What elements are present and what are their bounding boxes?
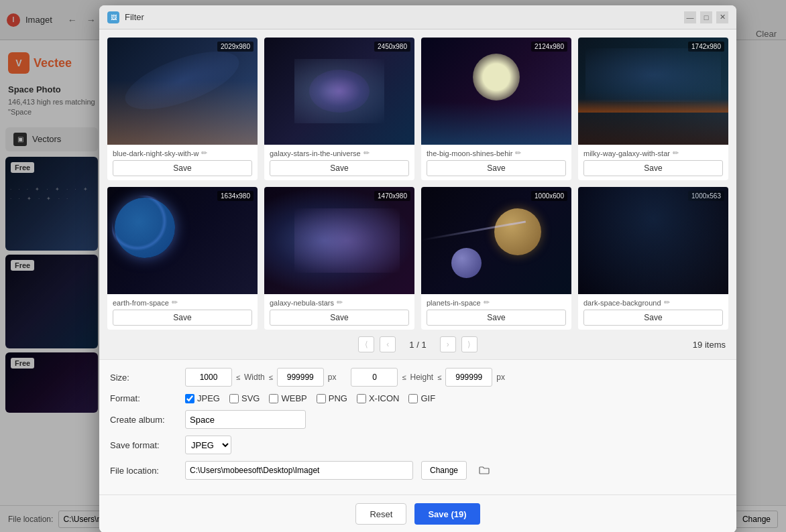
image-name-2: galaxy-stars-in-the-universe ✏ [270, 149, 409, 157]
png-checkbox[interactable] [317, 394, 326, 403]
format-group: JPEG SVG WEBP PNG X-ICON [185, 393, 435, 403]
save-button-7[interactable]: Save [427, 310, 566, 326]
format-png[interactable]: PNG [317, 393, 347, 403]
edit-icon-3[interactable]: ✏ [515, 149, 521, 157]
svg-checkbox[interactable] [229, 394, 239, 403]
edit-icon-1[interactable]: ✏ [201, 149, 207, 157]
pagination-bar: ⟨ ‹ 1 / 1 › ⟩ 19 items [99, 330, 736, 359]
min-height-input[interactable] [351, 368, 398, 387]
edit-icon-7[interactable]: ✏ [484, 298, 490, 307]
save-button-5[interactable]: Save [113, 310, 252, 326]
image-card-1: 2029x980 blue-dark-night-sky-with-w ✏ Sa… [107, 38, 258, 180]
album-input[interactable] [185, 410, 306, 429]
save-format-select[interactable]: JPEG PNG WEBP [185, 436, 231, 454]
next-page-button[interactable]: › [440, 336, 456, 352]
svg-label: SVG [241, 393, 260, 403]
format-jpeg[interactable]: JPEG [185, 393, 220, 403]
save-button-1[interactable]: Save [113, 160, 252, 176]
image-name-4: milky-way-galaxy-with-star ✏ [583, 149, 723, 157]
edit-icon-4[interactable]: ✏ [673, 149, 679, 157]
minimize-button[interactable]: — [684, 11, 696, 23]
modal-title: Filter [125, 12, 679, 22]
image-thumb-2[interactable]: 2450x980 [264, 38, 414, 145]
image-card-7: 1000x600 planets-in-space ✏ Save [421, 187, 571, 330]
dimension-badge-5: 1634x980 [217, 191, 254, 201]
image-thumb-8[interactable]: 1000x563 [578, 187, 728, 294]
album-label: Create album: [110, 415, 177, 425]
image-info-8: dark-space-background ✏ Save [578, 294, 728, 330]
webp-checkbox[interactable] [269, 394, 278, 403]
image-thumb-6[interactable]: 1470x980 [264, 187, 414, 294]
image-info-6: galaxy-nebula-stars ✏ Save [264, 294, 414, 330]
window-controls: — □ ✕ [684, 11, 728, 23]
image-thumb-1[interactable]: 2029x980 [107, 38, 258, 145]
save-button-2[interactable]: Save [270, 160, 409, 176]
save-button-6[interactable]: Save [270, 310, 409, 326]
min-width-input[interactable] [185, 368, 232, 387]
edit-icon-5[interactable]: ✏ [172, 298, 178, 307]
last-page-button[interactable]: ⟩ [461, 336, 478, 352]
jpeg-label: JPEG [197, 393, 220, 403]
image-name-5: earth-from-space ✏ [113, 298, 252, 307]
album-row: Create album: [110, 410, 726, 429]
change-button[interactable]: Change [421, 461, 467, 480]
save-button-4[interactable]: Save [583, 160, 723, 176]
save-all-button[interactable]: Save (19) [414, 503, 480, 525]
save-button-3[interactable]: Save [427, 160, 566, 176]
modal-app-icon: 🖼 [107, 11, 119, 23]
jpeg-checkbox[interactable] [185, 394, 194, 403]
format-label: Format: [110, 393, 177, 403]
filter-modal: 🖼 Filter — □ ✕ 2029x980 blue-dark-night-… [99, 5, 736, 532]
size-label: Size: [110, 373, 177, 383]
image-thumb-4[interactable]: 1742x980 [578, 38, 728, 145]
dimension-badge-2: 2450x980 [374, 42, 410, 52]
save-format-label: Save format: [110, 440, 177, 450]
file-location-input[interactable] [185, 461, 413, 480]
webp-label: WEBP [281, 393, 306, 403]
format-gif[interactable]: GIF [408, 393, 435, 403]
close-button[interactable]: ✕ [716, 11, 728, 23]
size-filter-row: Size: ≤ Width ≤ px ≤ Height ≤ px [110, 368, 726, 387]
image-card-2: 2450x980 galaxy-stars-in-the-universe ✏ … [264, 38, 414, 180]
max-width-input[interactable] [277, 368, 324, 387]
height-arrow-left: ≤ [402, 373, 406, 381]
dimension-badge-1: 2029x980 [217, 42, 254, 52]
xicon-checkbox[interactable] [357, 394, 366, 403]
save-button-8[interactable]: Save [583, 310, 723, 326]
modal-titlebar: 🖼 Filter — □ ✕ [99, 5, 736, 29]
image-card-6: 1470x980 galaxy-nebula-stars ✏ Save [264, 187, 414, 330]
page-indicator: 1 / 1 [401, 340, 434, 350]
max-height-input[interactable] [445, 368, 492, 387]
size-group: ≤ Width ≤ px ≤ Height ≤ px [185, 368, 505, 387]
first-page-button[interactable]: ⟨ [358, 336, 374, 352]
height-arrow-right: ≤ [437, 373, 441, 381]
width-arrow-left: ≤ [236, 373, 240, 381]
dimension-badge-3: 2124x980 [531, 42, 567, 52]
folder-icon-button[interactable] [475, 461, 494, 480]
png-label: PNG [329, 393, 347, 403]
gif-checkbox[interactable] [408, 394, 418, 403]
edit-icon-2[interactable]: ✏ [363, 149, 370, 157]
items-count: 19 items [693, 340, 726, 350]
format-xicon[interactable]: X-ICON [357, 393, 400, 403]
image-name-7: planets-in-space ✏ [427, 298, 566, 307]
image-name-8: dark-space-background ✏ [583, 298, 723, 307]
xicon-label: X-ICON [369, 393, 400, 403]
image-info-3: the-big-moon-shines-behir ✏ Save [421, 145, 571, 180]
restore-button[interactable]: □ [700, 11, 712, 23]
edit-icon-6[interactable]: ✏ [337, 298, 343, 307]
file-location-row: File location: Change [110, 461, 726, 480]
image-name-6: galaxy-nebula-stars ✏ [270, 298, 409, 307]
filter-controls: Size: ≤ Width ≤ px ≤ Height ≤ px Format: [99, 359, 736, 494]
prev-page-button[interactable]: ‹ [380, 336, 396, 352]
format-webp[interactable]: WEBP [269, 393, 306, 403]
image-thumb-7[interactable]: 1000x600 [421, 187, 571, 294]
image-thumb-5[interactable]: 1634x980 [107, 187, 258, 294]
px-label-1: px [328, 373, 337, 382]
height-label: Height [410, 373, 434, 382]
edit-icon-8[interactable]: ✏ [664, 298, 670, 307]
image-thumb-3[interactable]: 2124x980 [421, 38, 571, 145]
format-svg[interactable]: SVG [229, 393, 260, 403]
width-label: Width [244, 373, 265, 382]
reset-button[interactable]: Reset [355, 503, 406, 525]
